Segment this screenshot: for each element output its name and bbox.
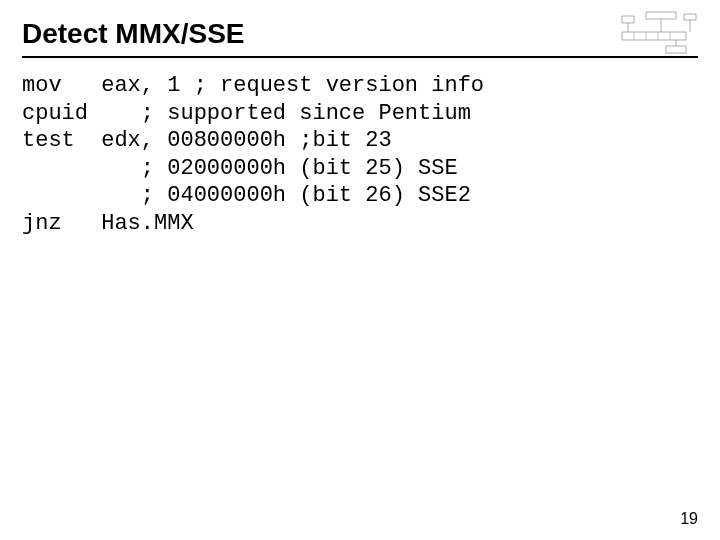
page-number: 19 (680, 510, 698, 528)
page-title: Detect MMX/SSE (22, 18, 698, 58)
svg-rect-11 (666, 46, 686, 53)
code-line: cpuid ; supported since Pentium (22, 101, 471, 126)
svg-rect-2 (684, 14, 696, 20)
code-line: test edx, 00800000h ;bit 23 (22, 128, 392, 153)
code-line: jnz Has.MMX (22, 211, 194, 236)
code-line: mov eax, 1 ; request version info (22, 73, 484, 98)
code-block: mov eax, 1 ; request version info cpuid … (22, 72, 698, 237)
svg-rect-0 (622, 16, 634, 23)
computer-diagram-icon (620, 10, 698, 56)
code-line: ; 02000000h (bit 25) SSE (22, 156, 458, 181)
slide-container: Detect MMX/SSE mov eax, 1 ; request vers… (0, 0, 720, 540)
svg-rect-4 (622, 32, 686, 40)
svg-rect-1 (646, 12, 676, 19)
code-line: ; 04000000h (bit 26) SSE2 (22, 183, 471, 208)
